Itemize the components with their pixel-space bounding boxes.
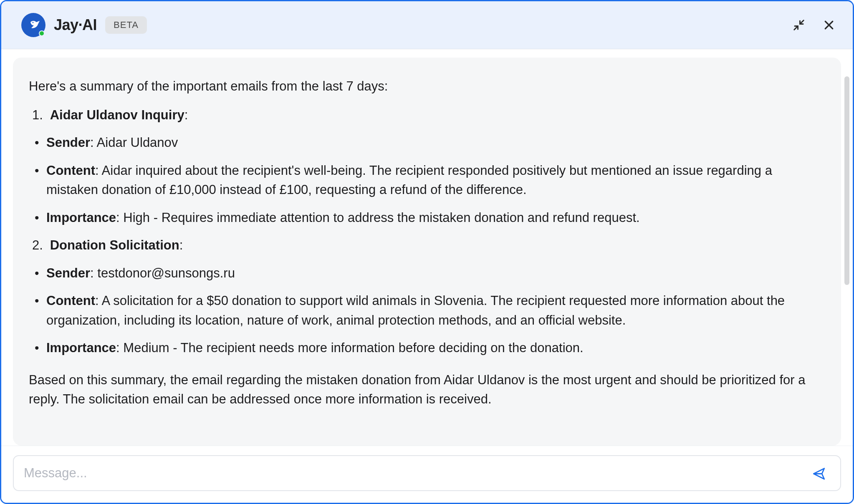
scrollbar-thumb[interactable] [844, 76, 849, 285]
app-logo [21, 13, 45, 37]
status-online-dot [39, 30, 45, 36]
input-area [1, 446, 853, 503]
summary-item-1-details: Sender: Aidar Uldanov Content: Aidar inq… [46, 133, 825, 227]
summary-item-2-title: Donation Solicitation: [46, 236, 825, 255]
summary-intro: Here's a summary of the important emails… [29, 77, 825, 96]
send-button[interactable] [809, 464, 829, 486]
item1-content: Content: Aidar inquired about the recipi… [46, 161, 825, 200]
summary-item-1-title: Aidar Uldanov Inquiry: [46, 106, 825, 125]
svg-point-0 [33, 22, 34, 23]
header-bar: Jay·AI BETA [1, 1, 853, 49]
item2-sender: Sender: testdonor@sunsongs.ru [46, 264, 825, 283]
minimize-button[interactable] [790, 16, 808, 34]
header-right [790, 16, 838, 34]
summary-conclusion: Based on this summary, the email regardi… [29, 370, 825, 409]
message-input[interactable] [13, 455, 841, 491]
item2-importance: Importance: Medium - The recipient needs… [46, 338, 825, 358]
summary-list-2: Donation Solicitation: [46, 236, 825, 255]
header-left: Jay·AI BETA [21, 13, 147, 37]
send-icon [812, 467, 826, 481]
ai-response-card: Here's a summary of the important emails… [13, 58, 841, 446]
close-icon [823, 19, 835, 31]
beta-badge: BETA [105, 16, 147, 34]
app-title: Jay·AI [54, 16, 97, 34]
collapse-icon [793, 19, 805, 31]
app-frame: Jay·AI BETA Here's a summary of the impo… [0, 0, 854, 504]
item2-content: Content: A solicitation for a $50 donati… [46, 291, 825, 330]
close-button[interactable] [820, 16, 838, 34]
summary-list: Aidar Uldanov Inquiry: [46, 106, 825, 125]
bird-icon-svg [29, 19, 41, 31]
summary-item-2-details: Sender: testdonor@sunsongs.ru Content: A… [46, 264, 825, 358]
item1-importance: Importance: High - Requires immediate at… [46, 208, 825, 228]
chat-body: Here's a summary of the important emails… [1, 49, 853, 446]
item1-sender: Sender: Aidar Uldanov [46, 133, 825, 153]
